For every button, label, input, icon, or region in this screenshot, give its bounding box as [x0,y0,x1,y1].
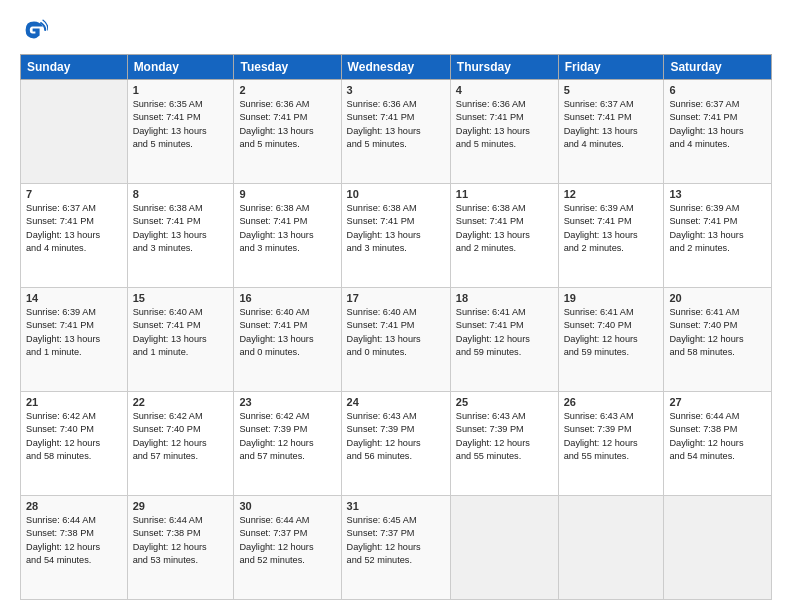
week-row-3: 14Sunrise: 6:39 AMSunset: 7:41 PMDayligh… [21,288,772,392]
day-info: Sunrise: 6:37 AMSunset: 7:41 PMDaylight:… [564,98,659,151]
day-info: Sunrise: 6:42 AMSunset: 7:40 PMDaylight:… [26,410,122,463]
day-info: Sunrise: 6:39 AMSunset: 7:41 PMDaylight:… [669,202,766,255]
day-info: Sunrise: 6:40 AMSunset: 7:41 PMDaylight:… [239,306,335,359]
calendar-cell: 14Sunrise: 6:39 AMSunset: 7:41 PMDayligh… [21,288,128,392]
calendar-cell: 31Sunrise: 6:45 AMSunset: 7:37 PMDayligh… [341,496,450,600]
calendar-cell: 6Sunrise: 6:37 AMSunset: 7:41 PMDaylight… [664,80,772,184]
calendar-cell: 21Sunrise: 6:42 AMSunset: 7:40 PMDayligh… [21,392,128,496]
logo-icon [20,16,48,44]
day-number: 8 [133,188,229,200]
day-info: Sunrise: 6:43 AMSunset: 7:39 PMDaylight:… [347,410,445,463]
weekday-header-sunday: Sunday [21,55,128,80]
calendar-cell: 27Sunrise: 6:44 AMSunset: 7:38 PMDayligh… [664,392,772,496]
weekday-header-tuesday: Tuesday [234,55,341,80]
header [20,16,772,44]
day-info: Sunrise: 6:37 AMSunset: 7:41 PMDaylight:… [26,202,122,255]
calendar-cell: 13Sunrise: 6:39 AMSunset: 7:41 PMDayligh… [664,184,772,288]
day-info: Sunrise: 6:41 AMSunset: 7:40 PMDaylight:… [669,306,766,359]
weekday-header-thursday: Thursday [450,55,558,80]
day-info: Sunrise: 6:41 AMSunset: 7:41 PMDaylight:… [456,306,553,359]
day-number: 20 [669,292,766,304]
week-row-5: 28Sunrise: 6:44 AMSunset: 7:38 PMDayligh… [21,496,772,600]
calendar-cell: 25Sunrise: 6:43 AMSunset: 7:39 PMDayligh… [450,392,558,496]
day-info: Sunrise: 6:38 AMSunset: 7:41 PMDaylight:… [347,202,445,255]
week-row-2: 7Sunrise: 6:37 AMSunset: 7:41 PMDaylight… [21,184,772,288]
day-info: Sunrise: 6:43 AMSunset: 7:39 PMDaylight:… [456,410,553,463]
day-number: 31 [347,500,445,512]
calendar-cell: 10Sunrise: 6:38 AMSunset: 7:41 PMDayligh… [341,184,450,288]
day-number: 25 [456,396,553,408]
day-info: Sunrise: 6:38 AMSunset: 7:41 PMDaylight:… [456,202,553,255]
weekday-header-saturday: Saturday [664,55,772,80]
weekday-header-monday: Monday [127,55,234,80]
calendar-cell: 26Sunrise: 6:43 AMSunset: 7:39 PMDayligh… [558,392,664,496]
day-number: 17 [347,292,445,304]
calendar-cell: 20Sunrise: 6:41 AMSunset: 7:40 PMDayligh… [664,288,772,392]
day-number: 3 [347,84,445,96]
calendar-cell: 11Sunrise: 6:38 AMSunset: 7:41 PMDayligh… [450,184,558,288]
calendar-cell: 24Sunrise: 6:43 AMSunset: 7:39 PMDayligh… [341,392,450,496]
day-info: Sunrise: 6:42 AMSunset: 7:40 PMDaylight:… [133,410,229,463]
calendar-cell: 4Sunrise: 6:36 AMSunset: 7:41 PMDaylight… [450,80,558,184]
day-info: Sunrise: 6:36 AMSunset: 7:41 PMDaylight:… [347,98,445,151]
calendar-cell: 5Sunrise: 6:37 AMSunset: 7:41 PMDaylight… [558,80,664,184]
day-number: 9 [239,188,335,200]
page: SundayMondayTuesdayWednesdayThursdayFrid… [0,0,792,612]
day-number: 24 [347,396,445,408]
day-number: 12 [564,188,659,200]
week-row-4: 21Sunrise: 6:42 AMSunset: 7:40 PMDayligh… [21,392,772,496]
day-number: 10 [347,188,445,200]
day-info: Sunrise: 6:38 AMSunset: 7:41 PMDaylight:… [133,202,229,255]
day-number: 29 [133,500,229,512]
calendar-cell: 9Sunrise: 6:38 AMSunset: 7:41 PMDaylight… [234,184,341,288]
calendar-cell [664,496,772,600]
day-info: Sunrise: 6:44 AMSunset: 7:38 PMDaylight:… [133,514,229,567]
day-info: Sunrise: 6:36 AMSunset: 7:41 PMDaylight:… [456,98,553,151]
calendar-cell: 19Sunrise: 6:41 AMSunset: 7:40 PMDayligh… [558,288,664,392]
calendar-cell: 17Sunrise: 6:40 AMSunset: 7:41 PMDayligh… [341,288,450,392]
day-number: 7 [26,188,122,200]
day-info: Sunrise: 6:36 AMSunset: 7:41 PMDaylight:… [239,98,335,151]
day-number: 30 [239,500,335,512]
calendar-cell: 15Sunrise: 6:40 AMSunset: 7:41 PMDayligh… [127,288,234,392]
calendar-cell: 28Sunrise: 6:44 AMSunset: 7:38 PMDayligh… [21,496,128,600]
day-info: Sunrise: 6:40 AMSunset: 7:41 PMDaylight:… [133,306,229,359]
calendar-cell: 23Sunrise: 6:42 AMSunset: 7:39 PMDayligh… [234,392,341,496]
day-info: Sunrise: 6:45 AMSunset: 7:37 PMDaylight:… [347,514,445,567]
calendar-cell [558,496,664,600]
calendar-cell: 30Sunrise: 6:44 AMSunset: 7:37 PMDayligh… [234,496,341,600]
week-row-1: 1Sunrise: 6:35 AMSunset: 7:41 PMDaylight… [21,80,772,184]
weekday-header-wednesday: Wednesday [341,55,450,80]
calendar-cell: 16Sunrise: 6:40 AMSunset: 7:41 PMDayligh… [234,288,341,392]
day-number: 14 [26,292,122,304]
calendar-cell: 8Sunrise: 6:38 AMSunset: 7:41 PMDaylight… [127,184,234,288]
day-info: Sunrise: 6:41 AMSunset: 7:40 PMDaylight:… [564,306,659,359]
day-number: 2 [239,84,335,96]
calendar-cell: 3Sunrise: 6:36 AMSunset: 7:41 PMDaylight… [341,80,450,184]
calendar-cell: 2Sunrise: 6:36 AMSunset: 7:41 PMDaylight… [234,80,341,184]
day-number: 5 [564,84,659,96]
day-info: Sunrise: 6:44 AMSunset: 7:38 PMDaylight:… [26,514,122,567]
day-number: 16 [239,292,335,304]
calendar-cell: 1Sunrise: 6:35 AMSunset: 7:41 PMDaylight… [127,80,234,184]
calendar-cell: 22Sunrise: 6:42 AMSunset: 7:40 PMDayligh… [127,392,234,496]
weekday-header-friday: Friday [558,55,664,80]
logo [20,16,50,44]
day-number: 26 [564,396,659,408]
day-info: Sunrise: 6:43 AMSunset: 7:39 PMDaylight:… [564,410,659,463]
day-number: 13 [669,188,766,200]
weekday-header-row: SundayMondayTuesdayWednesdayThursdayFrid… [21,55,772,80]
day-number: 21 [26,396,122,408]
day-number: 19 [564,292,659,304]
calendar-cell [21,80,128,184]
day-number: 28 [26,500,122,512]
day-info: Sunrise: 6:37 AMSunset: 7:41 PMDaylight:… [669,98,766,151]
day-number: 15 [133,292,229,304]
day-number: 11 [456,188,553,200]
calendar-cell [450,496,558,600]
calendar-table: SundayMondayTuesdayWednesdayThursdayFrid… [20,54,772,600]
day-number: 1 [133,84,229,96]
day-number: 27 [669,396,766,408]
day-info: Sunrise: 6:44 AMSunset: 7:38 PMDaylight:… [669,410,766,463]
day-number: 4 [456,84,553,96]
